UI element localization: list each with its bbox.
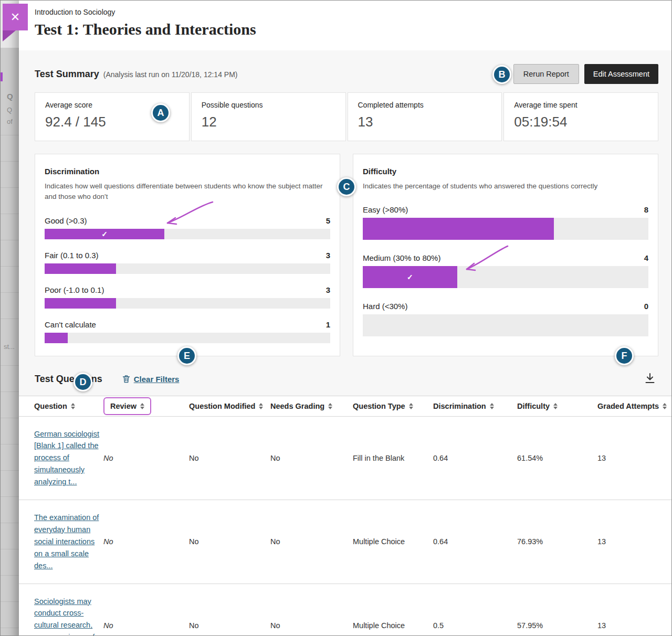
background-text-fragment: st... [4, 343, 15, 351]
table-row: Sociologists may conduct cross-cultural … [19, 584, 672, 636]
sort-icon[interactable] [259, 403, 263, 409]
trash-icon [122, 375, 130, 383]
annotation-badge-d: D [74, 373, 92, 391]
column-header-question-modified[interactable]: Question Modified [189, 402, 270, 410]
close-button[interactable]: ✕ [3, 4, 28, 30]
background-accent-bar [1, 72, 3, 81]
bar-medium: ✓ [363, 266, 648, 288]
stat-value: 05:19:54 [514, 114, 648, 130]
sort-icon[interactable] [553, 403, 558, 409]
difficulty-panel: Difficulty Indicates the percentage of s… [353, 154, 658, 356]
column-label: Question [34, 402, 67, 410]
stat-average-time-spent: Average time spent 05:19:54 [503, 92, 658, 141]
table-row: German sociologist [Blank 1] called the … [19, 417, 672, 501]
analysis-last-run: (Analysis last run on 11/20/18, 12:14 PM… [103, 70, 238, 79]
bar-label: Poor (-1.0 to 0.1) [45, 285, 104, 294]
annotation-badge-c: C [337, 177, 356, 196]
screenshot-viewport: Q Q of st... Introduction to Sociology T… [0, 0, 672, 636]
bar-label: Fair (0.1 to 0.3) [45, 251, 99, 260]
sort-icon[interactable] [663, 403, 667, 409]
bar-fair [45, 263, 330, 274]
bar-count: 3 [326, 251, 330, 260]
review-cell: No [103, 621, 189, 630]
column-header-question-type[interactable]: Question Type [353, 402, 433, 410]
discrimination-title: Discrimination [45, 167, 330, 176]
review-header-highlight: Review [103, 397, 151, 415]
background-text-fragment: of [7, 118, 13, 125]
sort-icon[interactable] [490, 403, 494, 409]
clear-filters-link[interactable]: Clear Filters [122, 375, 180, 384]
bar-label: Good (>0.3) [45, 216, 87, 225]
panel-content: Test Summary (Analysis last run on 11/20… [19, 50, 672, 636]
discrimination-panel: Discrimination Indicates how well questi… [35, 154, 340, 356]
dimmed-background-page: Q Q of st... [1, 1, 19, 635]
bar-label: Medium (30% to 80%) [363, 253, 440, 262]
question-modified-cell: No [189, 621, 270, 630]
sort-icon[interactable] [328, 403, 332, 409]
bar-count: 8 [644, 205, 648, 214]
bar-hard [363, 314, 648, 336]
background-row-lines [1, 135, 19, 326]
panel-header: Introduction to Sociology Test 1: Theori… [19, 1, 672, 50]
close-ribbon-fold [3, 30, 16, 41]
question-type-cell: Multiple Choice [353, 537, 433, 546]
bar-fill: ✓ [363, 266, 457, 288]
background-row-lines [1, 365, 19, 636]
bar-label: Hard (<30%) [363, 302, 407, 311]
annotation-badge-a: A [151, 103, 170, 122]
stat-label: Average time spent [514, 101, 648, 109]
question-modified-cell: No [189, 537, 270, 546]
bar-fill [45, 333, 68, 343]
table-header-row: Question Review Question Modified [19, 396, 672, 417]
column-header-review[interactable]: Review [103, 401, 189, 411]
bar-easy [363, 218, 648, 240]
bar-fill [45, 298, 116, 309]
bar-count: 1 [326, 320, 330, 329]
stat-completed-attempts: Completed attempts 13 [348, 92, 502, 141]
bar-label: Easy (>80%) [363, 205, 408, 214]
question-type-cell: Multiple Choice [353, 621, 433, 630]
rerun-report-button[interactable]: Rerun Report [513, 64, 579, 84]
difficulty-cell: 76.93% [517, 537, 597, 546]
edit-assessment-button[interactable]: Edit Assessment [584, 64, 658, 84]
column-header-needs-grading[interactable]: Needs Grading [270, 402, 353, 410]
check-icon: ✓ [101, 230, 108, 238]
question-link[interactable]: German sociologist [Blank 1] called the … [34, 430, 99, 486]
check-icon: ✓ [407, 273, 413, 281]
sort-icon[interactable] [71, 403, 75, 409]
close-icon: ✕ [10, 12, 20, 23]
column-header-question[interactable]: Question [34, 402, 103, 410]
column-label: Graded Attempts [597, 402, 659, 410]
column-label: Question Type [353, 402, 405, 410]
discrimination-cell: 0.5 [433, 621, 517, 630]
needs-grading-cell: No [270, 454, 353, 462]
column-label: Discrimination [433, 402, 486, 410]
course-name: Introduction to Sociology [35, 8, 672, 16]
column-header-difficulty[interactable]: Difficulty [517, 402, 597, 410]
graded-attempts-cell: 13 [597, 537, 672, 546]
question-link[interactable]: Sociologists may conduct cross-cultural … [34, 597, 94, 636]
column-label: Difficulty [517, 402, 550, 410]
stat-label: Possible questions [202, 101, 335, 109]
summary-stats: Average score 92.4 / 145 Possible questi… [35, 92, 658, 141]
download-icon [644, 372, 656, 385]
discrimination-cell: 0.64 [433, 454, 517, 462]
annotation-badge-e: E [177, 346, 196, 365]
bar-count: 5 [326, 216, 330, 225]
column-header-discrimination[interactable]: Discrimination [433, 402, 517, 410]
sort-icon[interactable] [140, 403, 144, 409]
sort-icon[interactable] [409, 403, 413, 409]
questions-table: Question Review Question Modified [19, 396, 672, 636]
bar-count: 0 [644, 302, 648, 311]
question-link[interactable]: The examination of everyday human social… [34, 513, 99, 570]
review-cell: No [103, 537, 189, 546]
stat-value: 13 [358, 114, 492, 130]
bar-count: 4 [644, 253, 648, 262]
download-button[interactable] [642, 370, 658, 388]
stat-possible-questions: Possible questions 12 [191, 92, 346, 141]
annotation-badge-b: B [492, 65, 511, 84]
difficulty-cell: 57.95% [517, 621, 597, 630]
column-label: Question Modified [189, 402, 255, 410]
column-header-graded-attempts[interactable]: Graded Attempts [597, 402, 672, 410]
difficulty-description: Indicates the percentage of students who… [363, 181, 648, 192]
